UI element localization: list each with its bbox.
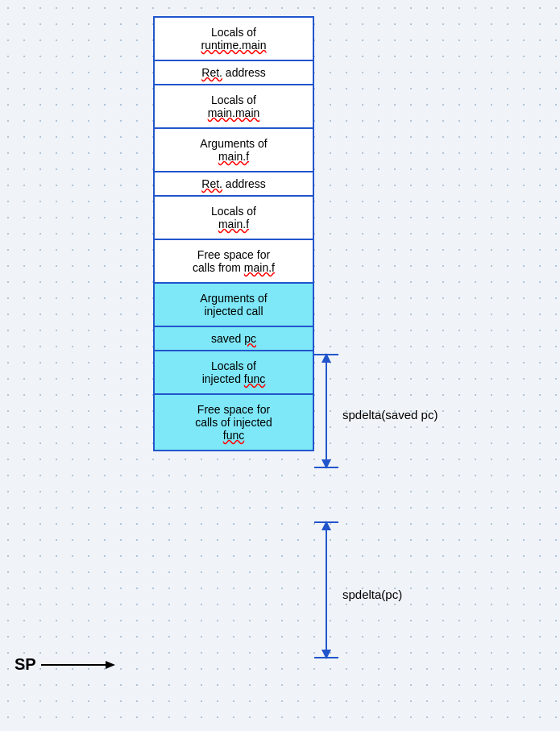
sp-label: SP (15, 655, 122, 674)
block-locals-main-label: Locals ofmain.main (208, 93, 260, 119)
block-free-injected-label: Free space forcalls of injectedfunc (195, 403, 272, 442)
injected-func-text-1: func (244, 372, 265, 385)
svg-marker-11 (106, 661, 115, 669)
ret-1-text: Ret. (201, 66, 222, 79)
mainf-text-3: main.f (244, 261, 275, 274)
saved-pc-text: pc (244, 332, 256, 345)
block-locals-runtime: Locals ofruntime.main (153, 16, 314, 61)
block-locals-injected-label: Locals ofinjected func (202, 359, 266, 385)
sp-arrow (41, 658, 122, 671)
block-locals-mainf: Locals ofmain.f (153, 197, 314, 240)
block-ret-2: Ret. address (153, 172, 314, 197)
runtime-main-text: runtime.main (201, 39, 267, 52)
mainf-text-1: main.f (218, 150, 249, 163)
injected-func-text-2: func (223, 429, 244, 442)
spdelta-pc-arrow: spdelta(pc) (314, 514, 443, 667)
mainf-text-2: main.f (218, 218, 249, 231)
block-saved-pc-label: saved pc (211, 332, 256, 345)
block-ret-2-label: Ret. address (201, 177, 265, 190)
block-args-injected-label: Arguments ofinjected call (200, 292, 267, 318)
block-free-mainf: Free space forcalls from main.f (153, 240, 314, 284)
block-args-mainf-label: Arguments ofmain.f (200, 137, 267, 163)
block-ret-1: Ret. address (153, 61, 314, 85)
spdelta-pc-label: spdelta(pc) (342, 588, 402, 601)
block-saved-pc: saved pc (153, 327, 314, 351)
stack-diagram: Locals ofruntime.main Ret. address Local… (153, 16, 314, 451)
block-locals-main: Locals ofmain.main (153, 85, 314, 129)
block-args-mainf: Arguments ofmain.f (153, 129, 314, 172)
ret-2-text: Ret. (201, 177, 222, 190)
spdelta-saved-pc-label: spdelta(saved pc) (342, 408, 438, 422)
block-args-injected: Arguments ofinjected call (153, 284, 314, 327)
main-main-text: main.main (208, 106, 260, 119)
sp-text: SP (15, 655, 36, 674)
block-locals-mainf-label: Locals ofmain.f (211, 205, 256, 231)
block-ret-1-label: Ret. address (201, 66, 265, 79)
block-free-injected: Free space forcalls of injectedfunc (153, 395, 314, 451)
block-locals-runtime-label: Locals ofruntime.main (201, 26, 267, 52)
spdelta-saved-pc-arrow: spdelta(saved pc) (314, 347, 459, 476)
block-free-mainf-label: Free space forcalls from main.f (193, 248, 275, 274)
block-locals-injected: Locals ofinjected func (153, 351, 314, 395)
